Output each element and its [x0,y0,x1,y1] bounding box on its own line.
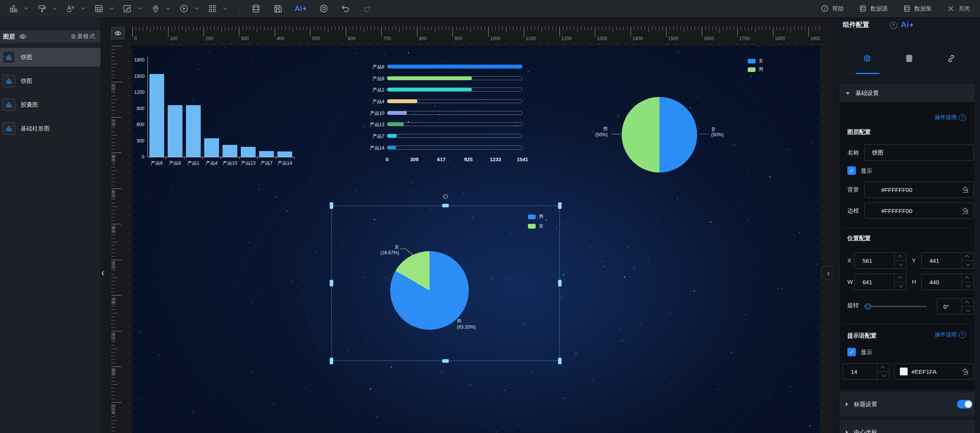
stepper-up[interactable] [877,364,889,372]
stepper[interactable] [894,253,906,268]
basic-bar-chart[interactable]: 0300600900120015001800产品8产品9产品1产品4产品10产品… [134,55,302,169]
w-input[interactable]: 641 [854,274,906,290]
layer-item-胶囊图[interactable]: 胶囊图 [0,95,100,114]
preview-button[interactable] [319,4,329,14]
ruler-tick [111,395,115,396]
ai-assistant-button[interactable]: Ai✦ [901,20,914,29]
save-button[interactable] [273,4,283,14]
collapse-right-panel-chevron[interactable]: › [821,266,836,280]
stepper[interactable] [877,364,889,379]
menu-数据集[interactable]: 数据集 [903,4,932,13]
ruler-tick [435,26,435,33]
name-input[interactable]: 饼图 [864,144,974,161]
layers-visibility-eye-icon[interactable] [19,33,27,40]
section-center-coords[interactable]: 中心坐标 [840,421,975,433]
h-input[interactable]: 440 [921,274,974,290]
guide-dot [351,44,352,44]
layer-item-饼图[interactable]: 饼图 [0,48,100,67]
stepper-down[interactable] [962,261,973,269]
guide-dot [128,172,129,173]
ruler-tick [111,431,115,431]
table-tool-button[interactable] [94,4,114,14]
section-title-settings[interactable]: 标题设置 [840,393,975,416]
menu-帮助[interactable]: 帮助 [820,4,844,13]
stepper-up[interactable] [962,274,973,282]
chart-tool-button[interactable] [9,4,28,14]
ruler-guides-eye-icon[interactable] [111,27,124,39]
paint-bucket-icon[interactable] [962,368,969,375]
menu-数据源[interactable]: 数据源 [859,4,888,13]
guide-dot [642,44,643,44]
tooltip-font-size-input[interactable]: 14 [843,363,889,380]
ruler-tick [111,110,115,111]
ai-logo-button[interactable]: Ai✦ [295,4,307,13]
ruler-tick [314,26,314,30]
rotate-slider-knob[interactable] [865,303,871,310]
ruler-tick [727,26,727,30]
y-input[interactable]: 441 [921,252,974,269]
stepper-down[interactable] [894,261,906,269]
layer-item-饼图[interactable]: 饼图 [0,72,100,90]
star [466,347,467,348]
fullscreen-mode-button[interactable]: 全屏模式 [71,33,96,40]
stepper-down[interactable] [962,307,973,315]
legend-item-女[interactable]: 女 [748,58,763,64]
tooltip-show-checkbox[interactable]: ✓ [847,348,856,356]
border-color-input[interactable]: #FFFFFF00 [864,202,974,219]
x-input[interactable]: 561 [854,252,906,269]
ruler-tick [111,285,115,285]
menu-关闭[interactable]: 关闭 [947,4,970,13]
section-basic-settings[interactable]: 基础设置 [840,84,975,102]
operation-help-link[interactable]: 操作说明? [935,331,966,338]
map-pin-tool-button[interactable] [151,4,170,14]
operation-help-link[interactable]: 操作说明? [935,114,966,121]
show-checkbox[interactable]: ✓ [847,166,856,175]
legend-item-男[interactable]: 男 [748,66,763,73]
stepper[interactable] [961,274,973,290]
stepper-up[interactable] [894,253,906,261]
ruler-tick [396,26,396,30]
ruler-tick [275,26,275,37]
widgets-tool-button[interactable] [207,4,227,14]
paint-bucket-icon[interactable] [962,207,969,215]
stepper-down[interactable] [962,282,973,290]
paint-bucket-icon[interactable] [962,186,969,194]
redo-button[interactable] [362,4,372,14]
rotate-slider-track[interactable] [864,306,927,307]
star [209,52,209,53]
pie-circle[interactable] [622,97,697,172]
guide-dot [728,44,728,44]
stepper-up[interactable] [962,253,973,261]
pie-chart[interactable]: 女男男(50%)女(50%) [584,54,817,217]
capsule-chart[interactable]: 产品8产品9产品1产品4产品10产品13产品7产品140309617925123… [368,58,527,165]
star [391,366,392,368]
paint-roller-tool-button[interactable] [37,4,57,14]
stepper[interactable] [961,253,973,268]
stepper-up[interactable] [894,274,906,282]
ruler-tick [111,260,121,260]
stepper-up[interactable] [962,299,973,307]
undo-button[interactable] [340,4,351,14]
title-toggle-on[interactable] [957,400,973,408]
artboard[interactable]: 0300600900120015001800产品8产品9产品1产品4产品10产品… [132,46,820,433]
text-style-tool-button[interactable] [65,4,85,14]
stepper-down[interactable] [877,372,889,380]
media-play-tool-button[interactable] [179,4,199,14]
guide-dot [214,44,215,44]
stepper-down[interactable] [894,282,906,290]
stepper[interactable] [961,299,973,314]
background-color-input[interactable]: #FFFFFF00 [864,181,974,198]
layer-item-基础柱形图[interactable]: 基础柱形图 [0,119,100,138]
tooltip-color-input[interactable]: #EEF1FA [894,363,974,380]
help-question-icon[interactable]: ? [890,22,897,29]
edit-tool-button[interactable] [122,4,142,14]
guide-dot [128,309,129,310]
tab-interaction[interactable] [945,52,958,65]
rotate-input[interactable]: 0° [937,298,974,315]
database-button[interactable] [251,4,261,14]
stepper[interactable] [894,274,906,290]
collapse-left-panel-chevron[interactable]: ‹ [101,267,105,279]
capsule-fill-产品10 [387,111,407,115]
tab-settings[interactable] [861,52,874,65]
tab-data[interactable] [903,52,916,65]
